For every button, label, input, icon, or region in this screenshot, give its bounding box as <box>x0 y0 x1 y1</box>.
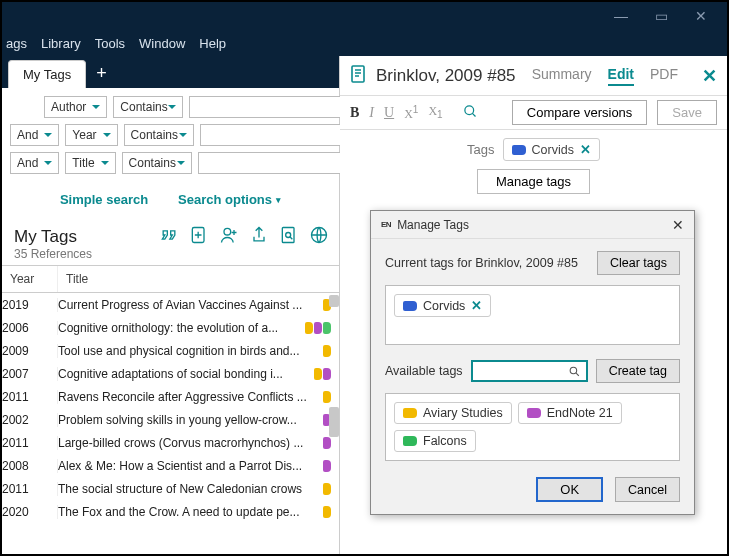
remove-tag-icon[interactable]: ✕ <box>471 298 482 313</box>
op-select-1[interactable]: Contains <box>124 124 194 146</box>
menu-library[interactable]: Library <box>41 36 81 51</box>
menubar: ags Library Tools Window Help <box>2 30 727 56</box>
svg-point-1 <box>224 228 231 235</box>
add-reference-icon[interactable] <box>189 225 209 245</box>
table-row[interactable]: 2011Ravens Reconcile after Aggressive Co… <box>2 385 339 408</box>
add-tab-button[interactable]: + <box>86 59 117 88</box>
tag-indicator <box>323 437 331 449</box>
clear-tags-button[interactable]: Clear tags <box>597 251 680 275</box>
cell-title: Problem solving skills in young yellow-c… <box>58 413 339 427</box>
svg-point-7 <box>570 367 577 374</box>
cell-year: 2020 <box>2 505 58 519</box>
italic-button[interactable]: I <box>369 105 374 121</box>
search-value-1[interactable] <box>200 124 360 146</box>
cell-year: 2011 <box>2 436 58 450</box>
tag-swatch <box>403 408 417 418</box>
scrollbar-thumb[interactable] <box>329 295 339 307</box>
svg-rect-2 <box>282 228 294 243</box>
create-tag-button[interactable]: Create tag <box>596 359 680 383</box>
superscript-button[interactable]: X1 <box>404 104 418 122</box>
table-row[interactable]: 2011Large-billed crows (Corvus macrorhyn… <box>2 431 339 454</box>
menu-window[interactable]: Window <box>139 36 185 51</box>
manage-tags-dialog: EN Manage Tags ✕ Current tags for Brinkl… <box>370 210 695 515</box>
search-value-0[interactable] <box>189 96 349 118</box>
tag-chip[interactable]: Falcons <box>394 430 476 452</box>
find-text-icon[interactable] <box>279 225 299 245</box>
tag-swatch <box>403 436 417 446</box>
tag-swatch <box>527 408 541 418</box>
search-value-2[interactable] <box>198 152 358 174</box>
available-tags-box: Aviary StudiesEndNote 21Falcons <box>385 393 680 461</box>
close-window-button[interactable]: ✕ <box>681 2 721 30</box>
add-user-icon[interactable] <box>219 225 239 245</box>
underline-button[interactable]: U <box>384 105 394 121</box>
table-row[interactable]: 2008Alex & Me: How a Scientist and a Par… <box>2 454 339 477</box>
field-select-1[interactable]: Year <box>65 124 117 146</box>
save-button[interactable]: Save <box>657 100 717 125</box>
bold-button[interactable]: B <box>350 105 359 121</box>
tab-my-tags[interactable]: My Tags <box>8 60 86 88</box>
quote-icon[interactable] <box>159 225 179 245</box>
cell-year: 2002 <box>2 413 58 427</box>
scrollbar-thumb[interactable] <box>329 407 339 437</box>
table-row[interactable]: 2009Tool use and physical cognition in b… <box>2 339 339 362</box>
table-row[interactable]: 2011The social structure of New Caledoni… <box>2 477 339 500</box>
tag-indicator <box>305 322 313 334</box>
search-icon[interactable] <box>463 104 478 122</box>
maximize-button[interactable]: ▭ <box>641 2 681 30</box>
minimize-button[interactable]: — <box>601 2 641 30</box>
op-select-0[interactable]: Contains <box>113 96 183 118</box>
menu-tags[interactable]: ags <box>6 36 27 51</box>
close-dialog-button[interactable]: ✕ <box>672 217 684 233</box>
cell-title: The Fox and the Crow. A need to update p… <box>58 505 339 519</box>
tag-chip[interactable]: Aviary Studies <box>394 402 512 424</box>
cell-year: 2009 <box>2 344 58 358</box>
subscript-button[interactable]: X1 <box>428 104 442 120</box>
compare-versions-button[interactable]: Compare versions <box>512 100 648 125</box>
tag-search-input[interactable] <box>471 360 588 382</box>
table-row[interactable]: 2002Problem solving skills in young yell… <box>2 408 339 431</box>
op-select-2[interactable]: Contains <box>122 152 192 174</box>
bool-select-1[interactable]: And <box>10 124 59 146</box>
remove-tag-icon[interactable]: ✕ <box>580 142 591 157</box>
tag-chip-corvids[interactable]: Corvids ✕ <box>503 138 600 161</box>
field-select-2[interactable]: Title <box>65 152 115 174</box>
menu-tools[interactable]: Tools <box>95 36 125 51</box>
tab-summary[interactable]: Summary <box>532 66 592 86</box>
tag-chip-label: Falcons <box>423 434 467 448</box>
cell-title: Alex & Me: How a Scientist and a Parrot … <box>58 459 339 473</box>
table-row[interactable]: 2007Cognitive adaptations of social bond… <box>2 362 339 385</box>
search-options-link[interactable]: Search options ▾ <box>178 192 281 207</box>
svg-point-6 <box>464 105 473 114</box>
current-tags-box: Corvids✕ <box>385 285 680 345</box>
tag-chip[interactable]: Corvids✕ <box>394 294 491 317</box>
table-row[interactable]: 2006Cognitive ornithology: the evolution… <box>2 316 339 339</box>
ok-button[interactable]: OK <box>536 477 603 502</box>
col-title[interactable]: Title <box>58 266 339 292</box>
tag-indicator <box>323 322 331 334</box>
tab-pdf[interactable]: PDF <box>650 66 678 86</box>
web-icon[interactable] <box>309 225 329 245</box>
cell-title: Large-billed crows (Corvus macrorhynchos… <box>58 436 339 450</box>
table-row[interactable]: 2019Current Progress of Avian Vaccines A… <box>2 293 339 316</box>
dialog-title: Manage Tags <box>397 218 469 232</box>
cancel-button[interactable]: Cancel <box>615 477 680 502</box>
table-row[interactable]: 2020The Fox and the Crow. A need to upda… <box>2 500 339 523</box>
cell-year: 2011 <box>2 482 58 496</box>
share-icon[interactable] <box>249 225 269 245</box>
tag-indicator <box>323 483 331 495</box>
tag-chip-label: Corvids <box>423 299 465 313</box>
available-tags-label: Available tags <box>385 364 463 378</box>
menu-help[interactable]: Help <box>199 36 226 51</box>
tag-chip[interactable]: EndNote 21 <box>518 402 622 424</box>
field-select-0[interactable]: Author <box>44 96 107 118</box>
tab-edit[interactable]: Edit <box>608 66 634 86</box>
close-reference-button[interactable]: ✕ <box>702 65 717 87</box>
bool-select-2[interactable]: And <box>10 152 59 174</box>
tag-indicator <box>314 322 322 334</box>
col-year[interactable]: Year <box>2 266 58 292</box>
tab-strip: My Tags + <box>2 56 339 88</box>
list-header: My Tags 35 References <box>2 219 339 265</box>
manage-tags-button[interactable]: Manage tags <box>477 169 590 194</box>
simple-search-link[interactable]: Simple search <box>60 192 148 207</box>
